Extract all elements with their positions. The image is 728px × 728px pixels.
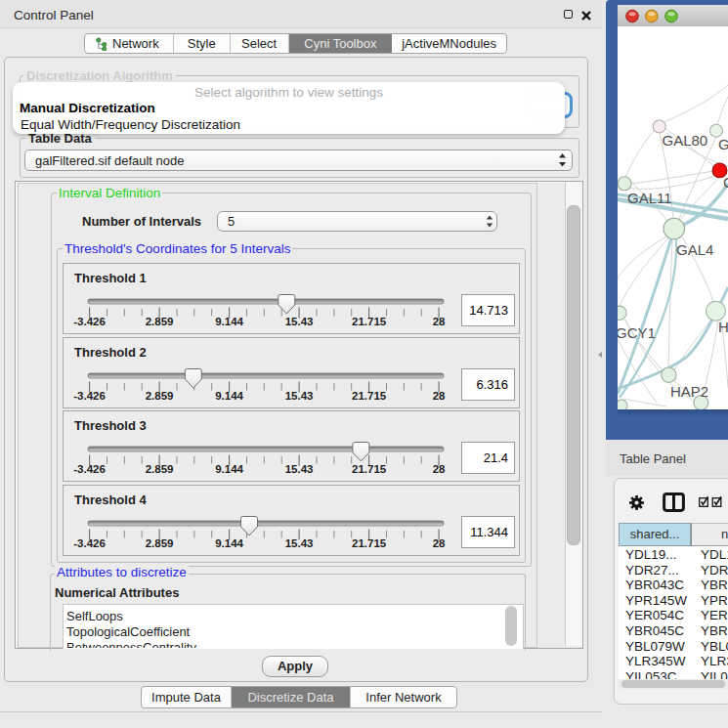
svg-text:15.43: 15.43	[285, 463, 314, 475]
svg-text:GAL11: GAL11	[627, 190, 672, 206]
svg-text:15.43: 15.43	[285, 316, 314, 327]
svg-text:GCY1: GCY1	[618, 324, 656, 341]
svg-text:H: H	[718, 319, 728, 335]
svg-text:2.859: 2.859	[146, 389, 174, 401]
svg-text:2.859: 2.859	[146, 536, 174, 548]
svg-text:28: 28	[433, 536, 446, 548]
svg-text:9.144: 9.144	[215, 389, 243, 401]
svg-text:-3.426: -3.426	[73, 316, 106, 327]
svg-text:C: C	[723, 174, 728, 191]
svg-text:9.144: 9.144	[215, 316, 243, 327]
svg-text:2.859: 2.859	[146, 463, 174, 475]
svg-text:GAL80: GAL80	[663, 132, 708, 149]
svg-text:28: 28	[433, 463, 446, 475]
svg-text:GA: GA	[718, 136, 728, 152]
svg-text:-3.426: -3.426	[73, 536, 106, 548]
svg-text:GAL4: GAL4	[676, 241, 713, 258]
svg-text:21.715: 21.715	[352, 316, 387, 327]
svg-text:HAP2: HAP2	[670, 383, 708, 400]
svg-text:9.144: 9.144	[215, 463, 243, 475]
svg-text:-3.426: -3.426	[73, 389, 106, 401]
svg-text:9.144: 9.144	[215, 536, 243, 548]
svg-text:2.859: 2.859	[146, 316, 174, 327]
svg-text:-3.426: -3.426	[73, 463, 106, 475]
svg-text:28: 28	[433, 316, 446, 327]
svg-text:21.715: 21.715	[352, 463, 387, 475]
svg-text:15.43: 15.43	[285, 536, 314, 548]
svg-text:21.715: 21.715	[352, 389, 387, 401]
svg-text:28: 28	[433, 389, 446, 401]
svg-text:21.715: 21.715	[352, 536, 387, 548]
svg-text:15.43: 15.43	[285, 389, 314, 401]
